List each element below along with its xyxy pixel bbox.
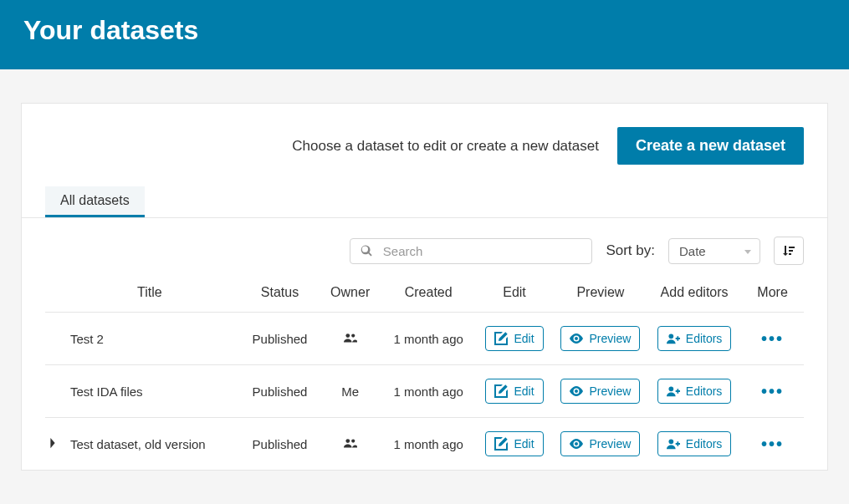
- controls-row: Sort by: Date: [22, 218, 827, 270]
- table-header-row: Title Status Owner Created Edit Preview …: [45, 270, 804, 313]
- search-icon: [361, 244, 372, 257]
- tab-all-datasets[interactable]: All datasets: [45, 186, 145, 217]
- editors-button[interactable]: Editors: [657, 431, 732, 456]
- col-owner: Owner: [319, 270, 381, 313]
- datasets-card: Choose a dataset to edit or create a new…: [21, 103, 828, 471]
- svg-point-2: [668, 333, 673, 339]
- svg-point-4: [345, 439, 350, 443]
- owner-cell: Me: [319, 365, 381, 418]
- page-title: Your datasets: [23, 15, 826, 46]
- col-more: More: [741, 270, 804, 313]
- sort-selected-value: Date: [679, 244, 706, 258]
- col-edit: Edit: [475, 270, 554, 313]
- sort-direction-button[interactable]: [774, 237, 804, 265]
- preview-button[interactable]: Preview: [560, 379, 640, 404]
- sort-select[interactable]: Date: [668, 238, 760, 264]
- col-preview: Preview: [554, 270, 647, 313]
- top-row: Choose a dataset to edit or create a new…: [22, 104, 827, 180]
- col-created: Created: [381, 270, 475, 313]
- group-icon: [344, 438, 357, 452]
- editors-button[interactable]: Editors: [657, 379, 732, 404]
- table-row: Test IDA files Published Me 1 month ago …: [45, 365, 804, 418]
- search-box[interactable]: [350, 238, 592, 264]
- status-cell: Published: [241, 365, 320, 418]
- edit-button[interactable]: Edit: [485, 379, 543, 404]
- table-row: Test 2 Published 1 month ago Edit Previe…: [45, 313, 804, 365]
- page-header: Your datasets: [0, 0, 849, 69]
- more-button[interactable]: •••: [741, 418, 804, 471]
- created-cell: 1 month ago: [381, 418, 475, 471]
- owner-cell: [319, 418, 381, 471]
- svg-point-0: [345, 333, 350, 338]
- dataset-title: Test 2: [70, 332, 104, 346]
- expand-icon[interactable]: [49, 437, 67, 451]
- dataset-title: Test IDA files: [70, 384, 143, 399]
- svg-point-6: [668, 439, 673, 444]
- editors-button[interactable]: Editors: [657, 326, 732, 351]
- datasets-table: Title Status Owner Created Edit Preview …: [45, 270, 804, 470]
- preview-button[interactable]: Preview: [560, 431, 640, 456]
- edit-button[interactable]: Edit: [485, 431, 543, 456]
- status-cell: Published: [241, 313, 320, 365]
- preview-button[interactable]: Preview: [560, 326, 640, 351]
- dataset-title: Test dataset, old version: [70, 437, 206, 451]
- more-button[interactable]: •••: [741, 313, 804, 365]
- tabs: All datasets: [22, 186, 827, 218]
- table-row: Test dataset, old version Published 1 mo…: [45, 418, 804, 471]
- svg-point-3: [668, 386, 673, 391]
- sort-label: Sort by:: [606, 242, 655, 259]
- instruction-text: Choose a dataset to edit or create a new…: [292, 138, 599, 155]
- owner-cell: [319, 313, 381, 365]
- col-title: Title: [45, 270, 241, 313]
- svg-point-1: [351, 333, 355, 337]
- group-icon: [344, 333, 357, 347]
- created-cell: 1 month ago: [381, 313, 475, 365]
- svg-point-5: [351, 439, 355, 442]
- more-button[interactable]: •••: [741, 365, 804, 418]
- edit-button[interactable]: Edit: [485, 326, 543, 351]
- search-input[interactable]: [383, 244, 582, 258]
- col-editors: Add editors: [647, 270, 741, 313]
- created-cell: 1 month ago: [381, 365, 475, 418]
- status-cell: Published: [241, 418, 320, 471]
- create-dataset-button[interactable]: Create a new dataset: [617, 127, 804, 165]
- sort-icon: [782, 244, 795, 257]
- col-status: Status: [241, 270, 320, 313]
- content: Choose a dataset to edit or create a new…: [0, 69, 849, 471]
- owner-text: Me: [341, 384, 359, 399]
